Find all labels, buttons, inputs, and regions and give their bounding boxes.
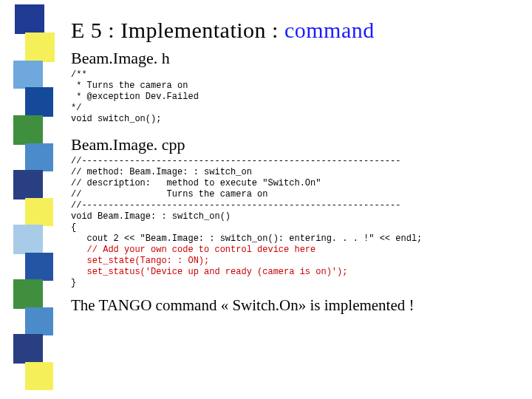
code-line: //--------------------------------------… xyxy=(71,200,514,211)
section-heading-cpp: Beam.Image. cpp xyxy=(71,135,514,154)
code-line: } xyxy=(71,278,514,289)
code-block-h: /** * Turns the camera on * @exception D… xyxy=(71,69,514,125)
code-line-highlight: set_state(Tango: : ON); xyxy=(71,256,514,267)
sidebar-square xyxy=(13,279,43,309)
code-line: { xyxy=(71,222,514,233)
sidebar-square xyxy=(25,33,55,62)
code-block-cpp: //--------------------------------------… xyxy=(71,156,514,289)
sidebar-square xyxy=(13,61,43,89)
code-line-highlight: // Add your own code to control device h… xyxy=(71,245,514,256)
sidebar-square xyxy=(25,87,53,117)
sidebar-square xyxy=(25,143,53,171)
title-accent: command xyxy=(284,18,375,42)
section-heading-h: Beam.Image. h xyxy=(71,49,514,68)
sidebar-square xyxy=(15,4,44,34)
code-line: // method: Beam.Image: : switch_on xyxy=(71,167,514,178)
sidebar-square xyxy=(13,170,43,200)
sidebar-square xyxy=(13,115,43,145)
sidebar-square xyxy=(25,362,53,390)
code-line: // Turns the camera on xyxy=(71,189,514,200)
sidebar-square xyxy=(25,253,53,281)
sidebar-square xyxy=(13,334,43,364)
code-line: // description: method to execute "Switc… xyxy=(71,178,514,189)
code-line: //--------------------------------------… xyxy=(71,156,514,167)
sidebar-square xyxy=(25,198,53,226)
decorative-sidebar xyxy=(0,0,53,399)
slide-stage: E 5 : Implementation : command Beam.Imag… xyxy=(0,0,532,399)
sidebar-square xyxy=(25,307,53,335)
footer-text: The TANGO command « Switch.On» is implem… xyxy=(71,296,514,315)
sidebar-square xyxy=(13,225,43,254)
slide-title: E 5 : Implementation : command xyxy=(71,18,514,43)
code-line-highlight: set_status('Device up and ready (camera … xyxy=(71,267,514,278)
title-main: E 5 : Implementation : xyxy=(71,18,284,42)
slide-content: E 5 : Implementation : command Beam.Imag… xyxy=(71,18,514,315)
code-line: void Beam.Image: : switch_on() xyxy=(71,211,514,222)
code-line: cout 2 << "Beam.Image: : switch_on(): en… xyxy=(71,233,514,245)
